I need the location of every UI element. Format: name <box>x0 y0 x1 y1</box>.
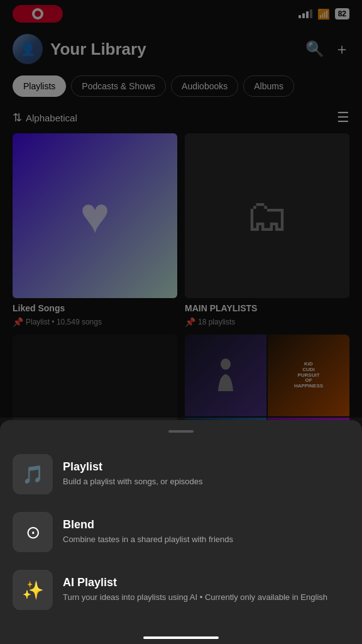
create-ai-playlist-item[interactable]: ✨ AI Playlist Turn your ideas into playl… <box>13 561 349 619</box>
create-blend-item[interactable]: ⊙ Blend Combine tastes in a shared playl… <box>13 503 349 561</box>
ai-playlist-title: AI Playlist <box>63 576 327 589</box>
create-playlist-item[interactable]: 🎵 Playlist Build a playlist with songs, … <box>13 445 349 503</box>
playlist-icon-box: 🎵 <box>13 454 53 494</box>
playlist-text: Playlist Build a playlist with songs, or… <box>63 460 203 487</box>
blend-desc: Combine tastes in a shared playlist with… <box>63 534 233 545</box>
playlist-title: Playlist <box>63 460 203 474</box>
ai-playlist-text: AI Playlist Turn your ideas into playlis… <box>63 576 327 603</box>
blend-text: Blend Combine tastes in a shared playlis… <box>63 518 233 545</box>
sparkle-icon: ✨ <box>22 580 44 601</box>
dim-overlay <box>0 0 362 418</box>
ai-playlist-desc: Turn your ideas into playlists using AI … <box>63 592 327 603</box>
playlist-desc: Build a playlist with songs, or episodes <box>63 476 203 487</box>
blend-icon-box: ⊙ <box>13 512 53 552</box>
ai-icon-box: ✨ <box>13 570 53 610</box>
create-sheet: 🎵 Playlist Build a playlist with songs, … <box>0 420 362 644</box>
home-indicator <box>143 636 219 639</box>
blend-title: Blend <box>63 518 233 531</box>
playlist-music-icon: 🎵 <box>22 464 44 485</box>
sheet-handle <box>168 430 194 433</box>
blend-circles-icon: ⊙ <box>26 522 40 543</box>
